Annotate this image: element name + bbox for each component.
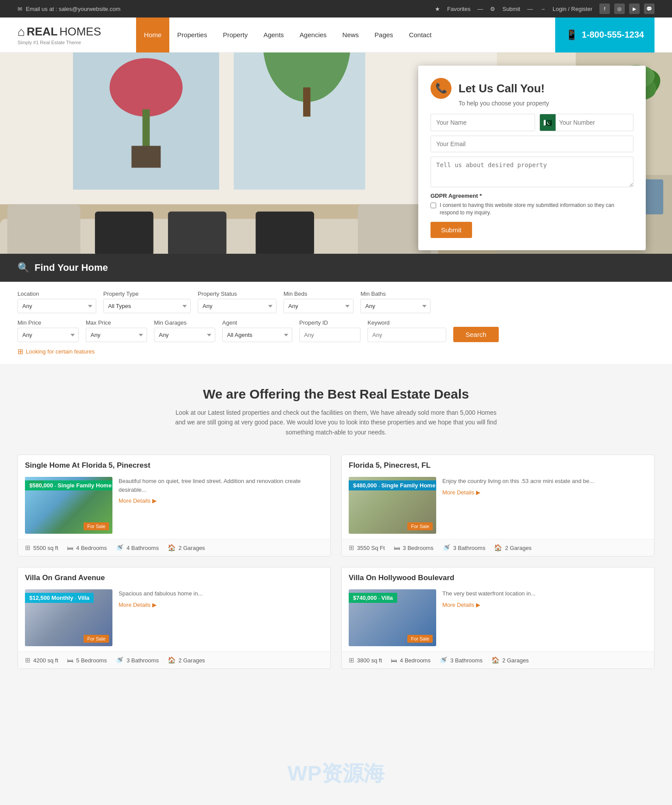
youtube-icon[interactable]: ▶ xyxy=(629,4,640,14)
property-id-input[interactable] xyxy=(299,328,360,342)
garages-item: 🏠 2 Garages xyxy=(168,656,205,664)
message-row xyxy=(430,157,634,187)
min-baths-select[interactable]: Any xyxy=(360,299,430,313)
nav-properties[interactable]: Properties xyxy=(169,18,215,52)
agent-label: Agent xyxy=(222,319,292,326)
bath-icon: 🚿 xyxy=(439,656,448,664)
garage-icon: 🏠 xyxy=(491,656,500,664)
keyword-filter: Keyword xyxy=(368,319,446,342)
beds-item: 🛏 4 Bedrooms xyxy=(67,544,107,552)
arrow-icon: ▶ xyxy=(476,489,480,496)
property-status-label: Property Status xyxy=(198,290,276,297)
svg-point-7 xyxy=(109,58,182,117)
min-garages-select[interactable]: Any xyxy=(154,328,215,342)
login-link[interactable]: Login / Register xyxy=(553,6,592,12)
garages-item: 🏠 2 Garages xyxy=(168,544,205,552)
facebook-icon[interactable]: f xyxy=(599,4,610,14)
sqft-item: ⊞ 4200 sq ft xyxy=(25,656,58,664)
property-image: $12,500 Monthly - Villa For Sale xyxy=(25,589,112,646)
chat-icon[interactable]: 💬 xyxy=(644,4,654,14)
card-body: $12,500 Monthly - Villa For Sale Spaciou… xyxy=(18,589,330,651)
nav-news[interactable]: News xyxy=(335,18,367,52)
property-card: Single Home At Florida 5, Pinecrest Hot … xyxy=(18,455,331,556)
more-details-link[interactable]: More Details ▶ xyxy=(442,489,647,496)
phone-button[interactable]: 📱 1-800-555-1234 xyxy=(555,18,654,52)
card-description: The very best waterfront location in... xyxy=(442,589,647,598)
min-price-label: Min Price xyxy=(18,319,79,326)
card-header: Villa On Grand Avenue xyxy=(18,567,330,589)
search-button[interactable]: Search xyxy=(453,327,499,342)
card-title: Villa On Grand Avenue xyxy=(25,574,323,582)
location-select[interactable]: Any xyxy=(18,299,96,313)
submit-link[interactable]: Submit xyxy=(502,6,520,12)
more-features-link[interactable]: ⊞ Looking for certain features xyxy=(18,347,654,356)
gdpr-label: GDPR Agreement * xyxy=(430,192,634,199)
top-bar: ✉ Email us at : sales@yourwebsite.com ★ … xyxy=(0,0,672,18)
card-footer: ⊞ 4200 sq ft 🛏 5 Bedrooms 🚿 3 Bathrooms … xyxy=(18,651,330,668)
nav-agents[interactable]: Agents xyxy=(256,18,292,52)
nav-home[interactable]: Home xyxy=(136,18,169,52)
arrow-icon: ▶ xyxy=(152,602,157,608)
plus-icon: ⊞ xyxy=(18,347,23,356)
min-beds-select[interactable]: Any xyxy=(284,299,354,313)
more-details-link[interactable]: More Details ▶ xyxy=(442,602,647,608)
location-label: Location xyxy=(18,290,96,297)
number-input[interactable] xyxy=(556,115,634,130)
for-sale-badge: For Sale xyxy=(407,522,433,530)
max-price-label: Max Price xyxy=(86,319,147,326)
baths-item: 🚿 3 Bathrooms xyxy=(439,656,483,664)
property-type-select[interactable]: All Types xyxy=(103,299,191,313)
area-icon: ⊞ xyxy=(349,544,354,552)
call-form-header: 📞 Let Us Call You! xyxy=(430,78,634,99)
bed-icon: 🛏 xyxy=(67,657,74,664)
favorites-link[interactable]: Favorites xyxy=(447,6,470,12)
baths-item: 🚿 3 Bathrooms xyxy=(116,656,159,664)
main-content: We are Offering the Best Real Estate Dea… xyxy=(0,365,672,691)
gdpr-checkbox[interactable] xyxy=(430,203,436,208)
property-image: $740,000 - Villa For Sale xyxy=(349,589,436,646)
nav-contact[interactable]: Contact xyxy=(401,18,440,52)
sqft-item: ⊞ 3550 Sq Ft xyxy=(349,544,385,552)
more-details-link[interactable]: More Details ▶ xyxy=(119,497,323,504)
email-text: Email us at : sales@yourwebsite.com xyxy=(26,6,120,12)
nav-pages[interactable]: Pages xyxy=(367,18,401,52)
property-type-filter: Property Type All Types xyxy=(103,290,191,313)
svg-rect-14 xyxy=(168,212,227,254)
name-number-row: 🇵🇰 xyxy=(430,114,634,131)
property-status-select[interactable]: Any xyxy=(198,299,276,313)
svg-rect-9 xyxy=(132,146,161,168)
flag-icon[interactable]: 🇵🇰 xyxy=(540,114,556,131)
search-button-group: Search xyxy=(453,318,499,342)
min-garages-label: Min Garages xyxy=(154,319,215,326)
baths-item: 🚿 3 Bathrooms xyxy=(442,544,486,552)
email-input[interactable] xyxy=(430,136,634,152)
nav-property[interactable]: Property xyxy=(215,18,256,52)
more-details-link[interactable]: More Details ▶ xyxy=(119,602,323,608)
svg-rect-13 xyxy=(95,212,154,254)
main-nav: Home Properties Property Agents Agencies… xyxy=(136,18,555,52)
nav-agencies[interactable]: Agencies xyxy=(292,18,335,52)
garages-item: 🏠 2 Garages xyxy=(491,656,529,664)
min-price-select[interactable]: Any xyxy=(18,328,79,342)
agent-select[interactable]: All Agents xyxy=(222,328,292,342)
whatsapp-icon: 📱 xyxy=(566,29,578,41)
svg-rect-6 xyxy=(303,88,311,117)
baths-item: 🚿 4 Bathrooms xyxy=(116,544,159,552)
max-price-select[interactable]: Any xyxy=(86,328,147,342)
logo-real: REAL xyxy=(27,25,58,38)
name-input[interactable] xyxy=(430,114,535,131)
card-body: $740,000 - Villa For Sale The very best … xyxy=(342,589,654,651)
min-garages-filter: Min Garages Any xyxy=(154,319,215,342)
submit-button[interactable]: Submit xyxy=(430,222,472,238)
message-textarea[interactable] xyxy=(430,157,634,187)
search-bar: 🔍 Find Your Home xyxy=(0,254,672,282)
header: ⌂ REAL HOMES Simply #1 Real Estate Theme… xyxy=(0,18,672,52)
card-header: Florida 5, Pinecrest, FL xyxy=(342,455,654,477)
bath-icon: 🚿 xyxy=(116,544,124,552)
min-baths-label: Min Baths xyxy=(360,290,430,297)
search-icon-box: 🔍 Find Your Home xyxy=(18,262,108,273)
property-grid: Single Home At Florida 5, Pinecrest Hot … xyxy=(18,455,654,669)
instagram-icon[interactable]: ◎ xyxy=(614,4,625,14)
area-icon: ⊞ xyxy=(25,544,31,552)
keyword-input[interactable] xyxy=(368,328,446,342)
